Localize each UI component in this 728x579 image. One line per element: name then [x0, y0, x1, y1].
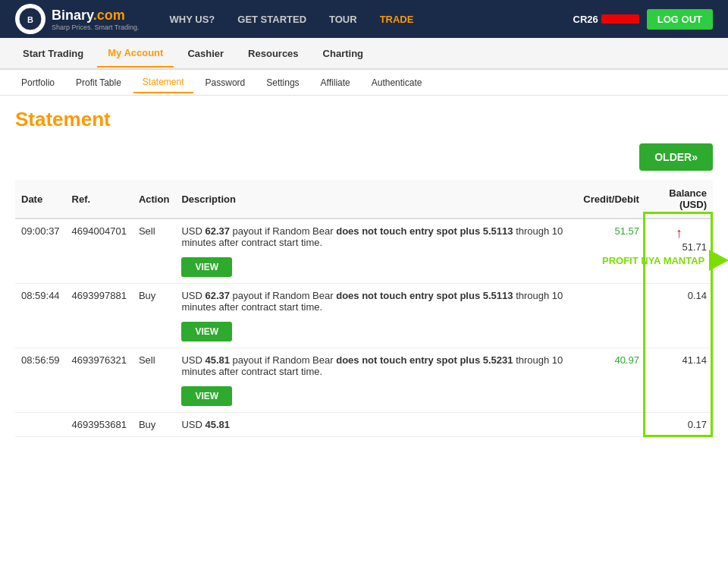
main-nav: Start Trading My Account Cashier Resourc…	[0, 38, 728, 70]
top-header: B Binary.com Sharp Prices. Smart Trading…	[0, 0, 728, 38]
cell-action: Sell	[133, 219, 175, 284]
sub-nav-authenticate[interactable]: Authenticate	[362, 73, 431, 93]
col-header-ref: Ref.	[66, 180, 133, 219]
view-btn-wrap: VIEW	[181, 382, 571, 406]
cell-action: Buy	[133, 413, 175, 437]
main-nav-resources[interactable]: Resources	[237, 40, 309, 67]
tagline: Sharp Prices. Smart Trading.	[52, 24, 140, 31]
header-right: CR26 LOG OUT	[573, 9, 713, 30]
cell-balance: 0.14	[645, 284, 713, 348]
logo-area: B Binary.com Sharp Prices. Smart Trading…	[15, 4, 140, 34]
page-content: Statement OLDER» Date Ref. Action Descri…	[0, 96, 728, 449]
nav-get-started[interactable]: GET STARTED	[237, 14, 306, 25]
account-id-text: CR26	[573, 14, 598, 25]
statement-table: Date Ref. Action Description Credit/Debi…	[15, 180, 713, 437]
cell-date: 08:59:44	[15, 284, 66, 348]
table-row: 08:56:59 4693976321 Sell USD 45.81 payou…	[15, 348, 713, 413]
cell-ref: 4693976321	[66, 348, 133, 413]
cell-description: USD 62.37 payout if Random Bear does not…	[175, 284, 577, 348]
table-wrapper: Date Ref. Action Description Credit/Debi…	[15, 180, 713, 437]
nav-trade[interactable]: TRADE	[380, 14, 414, 25]
table-header-row: Date Ref. Action Description Credit/Debi…	[15, 180, 713, 219]
logout-button[interactable]: LOG OUT	[647, 9, 713, 30]
main-nav-charting[interactable]: Charting	[312, 40, 374, 67]
logo-text: Binary.com Sharp Prices. Smart Trading.	[52, 8, 140, 31]
col-header-credit: Credit/Debit	[577, 180, 645, 219]
cell-action: Sell	[133, 348, 175, 413]
sub-nav-statement[interactable]: Statement	[133, 72, 193, 93]
main-nav-start-trading[interactable]: Start Trading	[12, 40, 94, 67]
logo-circle: B	[15, 4, 46, 34]
older-button[interactable]: OLDER»	[639, 143, 713, 171]
cell-credit	[577, 284, 645, 348]
cell-action: Buy	[133, 284, 175, 348]
col-header-action: Action	[133, 180, 175, 219]
desc-text: USD 45.81 payout if Random Bear does not…	[181, 354, 571, 377]
cell-ref: 4693997881	[66, 284, 133, 348]
cell-date: 08:56:59	[15, 348, 66, 413]
sub-nav-password[interactable]: Password	[196, 73, 255, 93]
top-nav: WHY US? GET STARTED TOUR TRADE	[170, 14, 573, 25]
cell-date	[15, 413, 66, 437]
col-header-date: Date	[15, 180, 66, 219]
desc-text: USD 62.37 payout if Random Bear does not…	[181, 225, 571, 248]
cell-ref: 4694004701	[66, 219, 133, 284]
table-row: 4693953681 Buy USD 45.81 0.17	[15, 413, 713, 437]
sub-nav-settings[interactable]: Settings	[257, 73, 308, 93]
table-row: 09:00:37 4694004701 Sell USD 62.37 payou…	[15, 219, 713, 284]
main-nav-cashier[interactable]: Cashier	[177, 40, 234, 67]
view-button-1[interactable]: VIEW	[181, 257, 232, 277]
cell-description: USD 62.37 payout if Random Bear does not…	[175, 219, 577, 284]
cell-description: USD 45.81 payout if Random Bear does not…	[175, 348, 577, 413]
col-header-balance: Balance (USD)	[645, 180, 713, 219]
table-row: 08:59:44 4693997881 Buy USD 62.37 payout…	[15, 284, 713, 348]
view-button-3[interactable]: VIEW	[181, 386, 232, 406]
cell-balance: ↑ 51.71	[645, 219, 713, 284]
sub-nav-profit-table[interactable]: Profit Table	[67, 73, 130, 93]
view-button-2[interactable]: VIEW	[181, 322, 232, 341]
svg-text:B: B	[27, 15, 33, 24]
account-bar	[601, 14, 639, 24]
cell-balance: 0.17	[645, 413, 713, 437]
cell-balance: 41.14	[645, 348, 713, 413]
sub-nav-portfolio[interactable]: Portfolio	[12, 73, 64, 93]
top-controls: OLDER»	[15, 143, 713, 171]
desc-text: USD 45.81	[181, 419, 571, 430]
cell-credit: 40.97	[577, 348, 645, 413]
view-btn-wrap: VIEW	[181, 317, 571, 341]
page-title: Statement	[15, 108, 713, 131]
desc-text: USD 62.37 payout if Random Bear does not…	[181, 290, 571, 313]
cell-date: 09:00:37	[15, 219, 66, 284]
cell-credit	[577, 413, 645, 437]
view-btn-wrap: VIEW	[181, 253, 571, 277]
brand-name: Binary.com	[52, 8, 140, 24]
col-header-description: Description	[175, 180, 577, 219]
sub-nav-affiliate[interactable]: Affiliate	[312, 73, 359, 93]
cell-description: USD 45.81	[175, 413, 577, 437]
main-nav-my-account[interactable]: My Account	[97, 39, 174, 68]
nav-tour[interactable]: TOUR	[329, 14, 357, 25]
nav-why-us[interactable]: WHY US?	[170, 14, 215, 25]
brand-tld: .com	[93, 8, 125, 23]
cell-ref: 4693953681	[66, 413, 133, 437]
sub-nav: Portfolio Profit Table Statement Passwor…	[0, 70, 728, 96]
account-id: CR26	[573, 14, 639, 25]
